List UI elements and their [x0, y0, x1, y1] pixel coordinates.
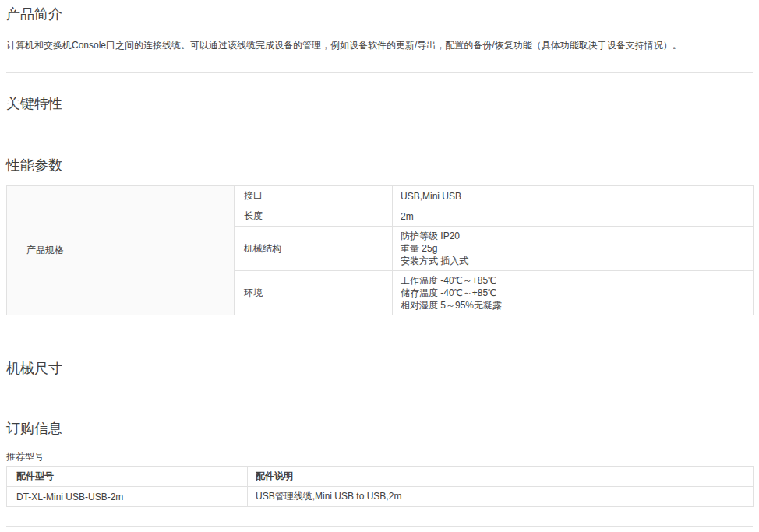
spec-value-cell: 防护等级 IP20 重量 25g 安装方式 插入式	[393, 227, 754, 271]
section-divider	[6, 336, 753, 336]
accessory-model-cell: DT-XL-Mini USB-USB-2m	[7, 487, 248, 507]
section-title-performance-params: 性能参数	[6, 157, 753, 173]
spec-value-cell: USB,Mini USB	[393, 186, 754, 206]
spec-value-line: 防护等级 IP20	[401, 230, 743, 242]
spec-value-line: USB,Mini USB	[401, 190, 743, 203]
table-row: 产品规格 接口 USB,Mini USB	[7, 186, 754, 206]
section-divider	[6, 132, 753, 132]
spec-value-line: 相对湿度 5～95%无凝露	[401, 299, 743, 312]
spec-value-line: 储存温度 -40℃～+85℃	[401, 287, 743, 299]
spec-label-cell: 机械结构	[235, 227, 393, 271]
column-header-description: 配件说明	[248, 467, 754, 487]
product-spec-page: 产品简介 计算机和交换机Console口之间的连接线缆。可以通过该线缆完成设备的…	[0, 0, 759, 532]
column-header-model: 配件型号	[7, 467, 248, 487]
spec-value-line: 工作温度 -40℃～+85℃	[401, 274, 743, 287]
spec-value-line: 安装方式 插入式	[401, 255, 743, 267]
recommended-models-label: 推荐型号	[6, 450, 753, 463]
spec-label-cell: 接口	[235, 186, 393, 206]
table-header-row: 配件型号 配件说明	[7, 467, 754, 487]
spec-label-cell: 长度	[235, 206, 393, 227]
product-intro-description: 计算机和交换机Console口之间的连接线缆。可以通过该线缆完成设备的管理，例如…	[6, 39, 753, 51]
section-title-ordering-info: 订购信息	[6, 421, 753, 436]
spec-group-cell: 产品规格	[7, 186, 235, 315]
section-divider	[6, 526, 753, 527]
section-title-product-intro: 产品简介	[6, 0, 753, 22]
section-title-key-features: 关键特性	[6, 96, 753, 111]
accessory-description-cell: USB管理线缆,Mini USB to USB,2m	[248, 487, 754, 507]
spec-value-line: 重量 25g	[401, 242, 743, 255]
section-divider	[6, 396, 753, 396]
spec-value-cell: 2m	[393, 206, 754, 227]
table-row: DT-XL-Mini USB-USB-2m USB管理线缆,Mini USB t…	[7, 487, 754, 507]
section-divider	[6, 72, 753, 73]
ordering-info-table: 配件型号 配件说明 DT-XL-Mini USB-USB-2m USB管理线缆,…	[6, 466, 754, 507]
spec-value-cell: 工作温度 -40℃～+85℃ 储存温度 -40℃～+85℃ 相对湿度 5～95%…	[393, 271, 754, 315]
spec-label-cell: 环境	[235, 271, 393, 315]
spec-value-line: 2m	[401, 210, 743, 223]
section-title-mechanical-dimensions: 机械尺寸	[6, 361, 753, 376]
performance-spec-table: 产品规格 接口 USB,Mini USB 长度 2m 机械结构 防护等级 IP2…	[6, 185, 754, 315]
